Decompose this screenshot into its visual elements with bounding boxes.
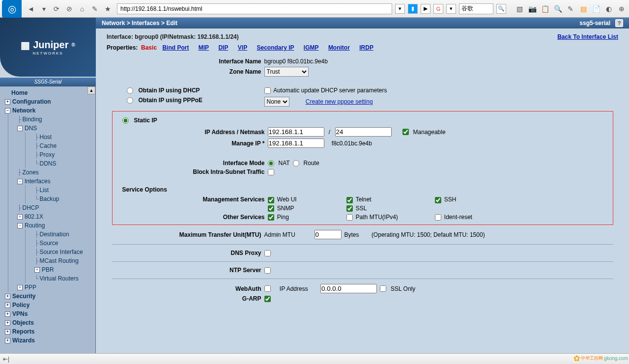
url-input[interactable] <box>117 3 392 14</box>
tab-igmp[interactable]: IGMP <box>304 44 319 51</box>
browser-badge-icon: ◎ <box>2 0 22 18</box>
nav-vpns[interactable]: +VPNs <box>0 309 95 318</box>
dnsproxy-checkbox[interactable] <box>264 250 271 256</box>
nav-rt-source[interactable]: ├ Source <box>34 239 95 248</box>
ping-checkbox[interactable] <box>268 214 274 221</box>
sslonly-checkbox[interactable] <box>380 285 386 292</box>
wand-button[interactable]: ✎ <box>89 3 100 14</box>
nav-policy[interactable]: +Policy <box>0 301 95 309</box>
manageable-checkbox[interactable] <box>402 129 409 135</box>
nav-reports[interactable]: +Reports <box>0 327 95 336</box>
scroll-up-icon[interactable]: ▲ <box>87 86 95 94</box>
ext-icon-3[interactable]: 📋 <box>540 3 550 14</box>
nav-rt-mcast[interactable]: ├ MCast Routing <box>34 256 95 265</box>
zone-select[interactable]: Trust <box>264 67 309 77</box>
nav-tree: ▲ Home +Configuration −Network ├ Binding… <box>0 86 96 364</box>
nav-security[interactable]: +Security <box>0 292 95 301</box>
ext-icon-2[interactable]: 📷 <box>527 3 538 14</box>
ext-icon-8[interactable]: ⊕ <box>616 3 627 14</box>
tab-basic[interactable]: Basic <box>141 44 157 51</box>
ssl-checkbox[interactable] <box>346 205 353 212</box>
search-input[interactable] <box>459 3 493 14</box>
tab-vip[interactable]: VIP <box>238 44 247 51</box>
nav-ppp[interactable]: +PPP <box>17 283 95 292</box>
tab-secondary-ip[interactable]: Secondary IP <box>257 44 294 51</box>
nav-rt-srcif[interactable]: ├ Source Interface <box>34 248 95 256</box>
nav-binding[interactable]: ├ Binding <box>17 115 95 124</box>
manage-ip-input[interactable] <box>268 139 324 148</box>
webui-checkbox[interactable] <box>268 197 274 203</box>
auto-dhcp-checkbox[interactable] <box>264 87 271 94</box>
stop-button[interactable]: ⊘ <box>64 3 75 14</box>
pppoe-select[interactable]: None <box>264 97 289 107</box>
nav-rt-vr[interactable]: └ Virtual Routers <box>34 274 95 283</box>
nav-rt-dest[interactable]: ├ Destination <box>34 230 95 239</box>
ext-icon-1[interactable]: ▧ <box>514 3 525 14</box>
pmtu-checkbox[interactable] <box>346 214 353 221</box>
search-button[interactable]: 🔍 <box>496 4 506 14</box>
tab-dip[interactable]: DIP <box>218 44 228 51</box>
nav-rt-pbr[interactable]: +PBR <box>34 265 95 274</box>
tab-bind-port[interactable]: Bind Port <box>162 44 189 51</box>
ssh-checkbox[interactable] <box>435 197 441 203</box>
ntp-checkbox[interactable] <box>264 267 271 274</box>
telnet-checkbox[interactable] <box>346 197 353 203</box>
nav-wizards[interactable]: +Wizards <box>0 336 95 345</box>
ext-icon-4[interactable]: 🔍 <box>552 3 563 14</box>
nav-network[interactable]: −Network <box>0 106 95 115</box>
nav-configuration[interactable]: +Configuration <box>0 97 95 106</box>
nav-dns-cache[interactable]: ├ Cache <box>34 141 95 150</box>
nav-routing[interactable]: −Routing <box>17 221 95 230</box>
nav-dns[interactable]: −DNS <box>17 124 95 133</box>
nav-dhcp[interactable]: ├ DHCP <box>17 203 95 212</box>
go-button[interactable]: ▶ <box>421 4 430 14</box>
nav-objects[interactable]: +Objects <box>0 318 95 327</box>
tab-mip[interactable]: MIP <box>199 44 209 51</box>
help-icon[interactable]: ? <box>615 19 623 27</box>
nav-dns-host[interactable]: ├ Host <box>34 133 95 141</box>
block-intra-checkbox[interactable] <box>268 169 274 175</box>
back-link[interactable]: Back To Interface List <box>557 33 618 40</box>
nav-if-list[interactable]: ├ List <box>34 186 95 195</box>
back-button[interactable]: ◄ <box>26 3 36 14</box>
search-engine-dropdown[interactable]: ▾ <box>446 4 456 14</box>
nav-zones[interactable]: ├ Zones <box>17 168 95 177</box>
snmp-checkbox[interactable] <box>268 205 274 212</box>
breadcrumb: Network > Interfaces > Edit ssg5-serial … <box>96 18 629 28</box>
radio-static[interactable] <box>122 117 129 124</box>
nav-home[interactable]: Home <box>0 88 95 97</box>
nav-dns-ddns[interactable]: └ DDNS <box>34 159 95 168</box>
home-button[interactable]: ⌂ <box>77 3 87 14</box>
netmask-input[interactable] <box>335 127 392 137</box>
logo: ▦Juniper® NETWORKS <box>0 18 96 77</box>
device-label: ssg5-serial <box>579 20 610 27</box>
ext-icon-7[interactable]: ◐ <box>603 3 614 14</box>
ident-checkbox[interactable] <box>435 214 441 221</box>
reload-button[interactable]: ⟳ <box>51 3 62 14</box>
rss-icon[interactable]: ▤ <box>578 3 589 14</box>
radio-nat[interactable] <box>268 160 274 167</box>
feed-icon[interactable]: ▮ <box>408 4 418 14</box>
tab-monitor[interactable]: Monitor <box>328 44 350 51</box>
garp-checkbox[interactable] <box>264 296 271 302</box>
bookmark-button[interactable]: ★ <box>102 3 113 14</box>
nav-dns-proxy[interactable]: ├ Proxy <box>34 150 95 159</box>
webauth-checkbox[interactable] <box>264 285 271 292</box>
url-dropdown[interactable]: ▾ <box>395 4 405 14</box>
ext-icon-5[interactable]: ✎ <box>565 3 576 14</box>
ip-input[interactable] <box>268 127 324 137</box>
status-icon: ⇤| <box>3 356 9 363</box>
ext-icon-6[interactable]: 📄 <box>591 3 601 14</box>
nav-if-backup[interactable]: └ Backup <box>34 195 95 203</box>
radio-dhcp[interactable] <box>127 87 133 94</box>
radio-pppoe[interactable] <box>127 97 133 104</box>
radio-route[interactable] <box>293 160 299 167</box>
forward-button[interactable]: ▾ <box>38 3 49 14</box>
nav-interfaces[interactable]: −Interfaces <box>17 177 95 186</box>
nav-8021x[interactable]: +802.1X <box>17 212 95 221</box>
webauth-ip-input[interactable] <box>320 284 377 293</box>
tab-irdp[interactable]: IRDP <box>359 44 373 51</box>
mtu-input[interactable] <box>314 230 342 239</box>
create-pppoe-link[interactable]: Create new pppoe setting <box>306 98 373 105</box>
search-engine-icon[interactable]: G <box>433 4 443 14</box>
